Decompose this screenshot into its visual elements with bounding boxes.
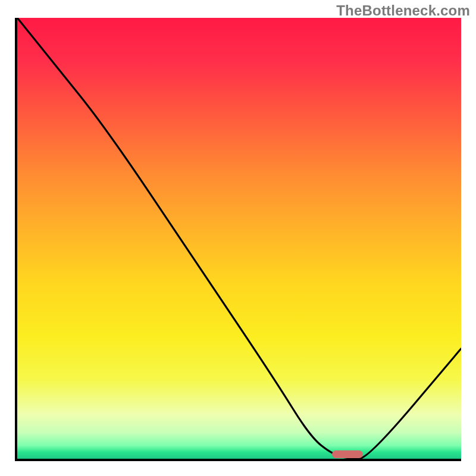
chart-container: TheBottleneck.com <box>0 0 476 476</box>
optimal-point-marker <box>332 450 364 458</box>
watermark-text: TheBottleneck.com <box>336 2 470 19</box>
plot-area <box>15 18 461 461</box>
heat-gradient-background <box>17 18 461 459</box>
